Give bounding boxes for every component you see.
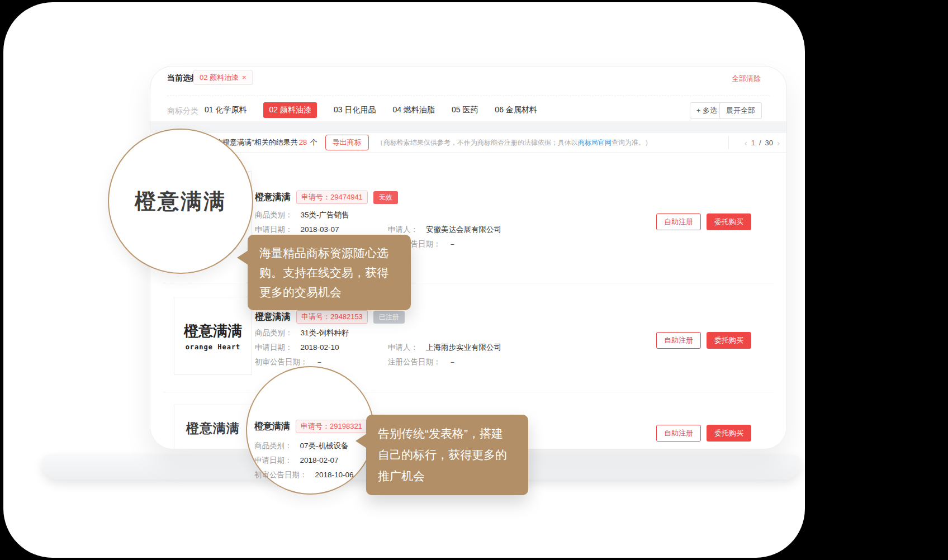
total-pages: 30 [765, 139, 773, 147]
first-pub-value: － [316, 358, 324, 366]
first-pub-value: 2018-10-06 [315, 471, 354, 479]
category-tab-05[interactable]: 05 医药 [452, 102, 478, 118]
category-value: 35类-广告销售 [301, 211, 349, 219]
row-divider [163, 392, 774, 392]
reg-pub-value: － [449, 358, 457, 366]
category-tab-04[interactable]: 04 燃料油脂 [392, 102, 434, 118]
pagination: ‹ 1 / 30 › [745, 133, 780, 152]
page-separator: / [759, 139, 761, 147]
trademark-office-link[interactable]: 商标局官网 [578, 139, 612, 146]
results-count: 28 [299, 138, 307, 146]
magnified-trademark-text: 橙意满满 [135, 187, 226, 216]
prev-page-icon[interactable]: ‹ [745, 138, 747, 148]
export-trademark-button[interactable]: 导出商标 [325, 135, 369, 150]
apply-date-value: 2018-02-07 [300, 456, 339, 464]
applicant-value: 上海雨步实业有限公司 [426, 343, 501, 352]
category-bar-label: 商标分类 [167, 106, 198, 116]
close-icon[interactable]: × [242, 73, 247, 82]
next-page-icon[interactable]: › [777, 138, 780, 148]
application-number-pill: 申请号：29482153 [296, 310, 368, 324]
category-tab-03[interactable]: 03 日化用品 [334, 102, 376, 118]
expand-all-button[interactable]: 展开全部 [719, 102, 762, 119]
self-register-button[interactable]: 自助注册 [656, 332, 701, 349]
category-value: 07类-机械设备 [300, 442, 349, 450]
section-gap [150, 121, 786, 133]
trademark-name: 橙意满满 [255, 192, 291, 203]
results-header: 当前分类检索到“橙意满满”相关的结果共28 个 导出商标 （商标检索结果仅供参考… [150, 133, 786, 153]
trademark-name: 橙意满满 [254, 421, 290, 433]
current-page: 1 [751, 139, 755, 147]
feature-callout-promo: 告别传统“发表格”，搭建 自己的标行，获得更多的 推广机会 [366, 415, 528, 495]
category-tab-06[interactable]: 06 金属材料 [495, 102, 537, 118]
filter-chip-label: 02 颜料油漆 [200, 73, 239, 83]
browser-window: 当前选择 02 颜料油漆 × 全部清除 商标分类 01 化学原料 02 颜料油漆… [150, 66, 787, 448]
entrust-buy-button[interactable]: 委托购买 [707, 332, 751, 349]
apply-date-value: 2018-02-10 [301, 343, 339, 352]
clear-all-button[interactable]: 全部清除 [732, 74, 761, 84]
reg-pub-value: － [449, 240, 457, 248]
magnifier-circle: 橙意满满 [108, 129, 253, 274]
results-disclaimer: （商标检索结果仅供参考，不作为商标能否注册的法律依据；具体以商标局官网查询为准。… [377, 138, 652, 148]
self-register-button[interactable]: 自助注册 [656, 213, 701, 230]
multi-select-button[interactable]: + 多选 [690, 102, 724, 119]
trademark-name: 橙意满满 [255, 311, 291, 323]
entrust-buy-button[interactable]: 委托购买 [707, 213, 751, 230]
selected-filter-chip[interactable]: 02 颜料油漆 × [193, 70, 253, 85]
toolbar-divider [167, 96, 770, 96]
application-number-pill: 申请号：29474941 [296, 191, 368, 204]
application-number-pill: 申请号：29198321 [296, 420, 367, 433]
header-vertical-divider [728, 136, 729, 149]
category-tab-01[interactable]: 01 化学原料 [205, 102, 247, 118]
category-tabs: 01 化学原料 02 颜料油漆 03 日化用品 04 燃料油脂 05 医药 06… [205, 102, 537, 118]
trademark-thumbnail: 橙意满满 orange Heart [174, 297, 252, 375]
feature-callout-trade: 海量精品商标资源随心选 购。支持在线交易，获得 更多的交易机会 [248, 235, 411, 310]
entrust-buy-button[interactable]: 委托购买 [707, 425, 751, 442]
applicant-value: 安徽美达会展有限公司 [426, 225, 501, 234]
apply-date-value: 2018-03-07 [301, 225, 339, 234]
status-badge: 已注册 [373, 311, 405, 324]
category-tab-02-active[interactable]: 02 颜料油漆 [263, 102, 316, 118]
trademark-thumbnail: 橙意满满 [174, 405, 252, 449]
self-register-button[interactable]: 自助注册 [656, 425, 701, 442]
status-badge: 无效 [373, 191, 398, 204]
category-value: 31类-饲料种籽 [301, 329, 349, 337]
marketing-graphic: 当前选择 02 颜料油漆 × 全部清除 商标分类 01 化学原料 02 颜料油漆… [0, 0, 948, 560]
thumbnail-subtext: orange Heart [186, 343, 241, 351]
